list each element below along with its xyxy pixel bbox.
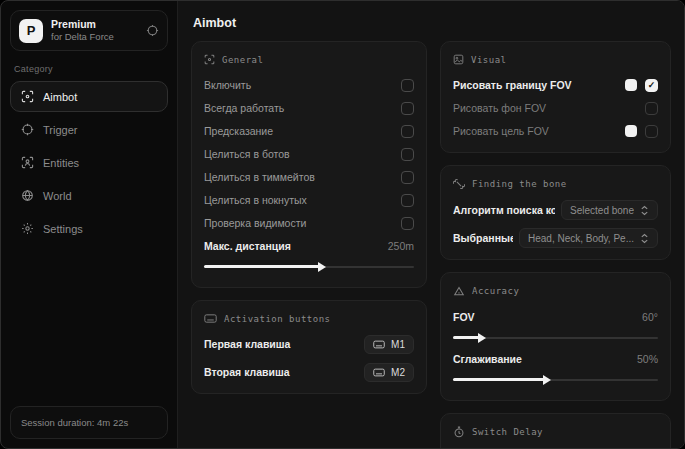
- app-window: P Premium for Delta Force Category Aimbo…: [0, 0, 685, 449]
- sidebar-item-label: Trigger: [43, 124, 77, 136]
- slider-value: 250m: [388, 240, 414, 252]
- toggle-row: Проверка видимости: [204, 212, 414, 234]
- main-panel: Aimbot General Включить: [177, 1, 684, 448]
- slider-thumb[interactable]: [318, 262, 326, 272]
- sidebar: P Premium for Delta Force Category Aimbo…: [1, 1, 177, 448]
- sidebar-item-world[interactable]: World: [10, 180, 168, 211]
- checkbox[interactable]: [401, 194, 414, 207]
- triangle-ruler-icon: [453, 285, 465, 297]
- slider-thumb[interactable]: [478, 333, 486, 343]
- brand-subtitle: for Delta Force: [51, 31, 138, 43]
- target-icon[interactable]: [146, 24, 159, 37]
- sidebar-item-label: Settings: [43, 223, 83, 235]
- trigger-icon: [21, 123, 34, 136]
- slider-value: 60°: [642, 311, 658, 323]
- card-title: Accuracy: [472, 286, 519, 296]
- general-card: General Включить Всегда работать Предска…: [191, 41, 427, 288]
- card-title: Switch Delay: [472, 427, 543, 437]
- chevron-up-down-icon: [640, 233, 649, 244]
- checkbox[interactable]: [401, 171, 414, 184]
- checkbox[interactable]: [645, 125, 658, 138]
- globe-icon: [21, 189, 34, 202]
- visual-card: Visual Рисовать границу FOV Рисовать фон…: [440, 41, 671, 153]
- sidebar-item-label: Aimbot: [43, 91, 77, 103]
- sidebar-item-aimbot[interactable]: Aimbot: [10, 81, 168, 112]
- dropdown-row: Выбранные кос Head, Neck, Body, Pe...: [453, 227, 658, 249]
- toggle-row: Целиться в ботов: [204, 143, 414, 165]
- checkbox[interactable]: [401, 102, 414, 115]
- checkbox[interactable]: [645, 102, 658, 115]
- brand-name: Premium: [51, 18, 138, 31]
- toggle-row: Целиться в нокнутых: [204, 189, 414, 211]
- checkbox[interactable]: [645, 79, 658, 92]
- brand-card: P Premium for Delta Force: [10, 10, 168, 51]
- sidebar-item-entities[interactable]: Entities: [10, 147, 168, 178]
- switch-delay-card: Switch Delay Задержка переключения Задер…: [440, 413, 671, 448]
- image-icon: [453, 54, 464, 65]
- card-title: Finding the bone: [472, 179, 567, 189]
- slider-row: Сглаживание 50%: [453, 348, 658, 370]
- checkbox[interactable]: [401, 217, 414, 230]
- max-distance-slider[interactable]: [204, 261, 414, 271]
- card-title: Activation buttons: [224, 314, 331, 324]
- crosshair-icon: [204, 54, 215, 65]
- toggle-row: Целиться в тиммейтов: [204, 166, 414, 188]
- visual-row: Рисовать цель FOV: [453, 120, 658, 142]
- bone-card: Finding the bone Алгоритм поиска кост Se…: [440, 165, 671, 260]
- toggle-row: Включить: [204, 74, 414, 96]
- chevron-up-down-icon: [640, 205, 649, 216]
- visual-row: Рисовать границу FOV: [453, 74, 658, 96]
- sidebar-item-label: World: [43, 190, 72, 202]
- keyboard-icon: [373, 368, 385, 377]
- sidebar-nav: Aimbot Trigger Entities: [10, 81, 168, 244]
- visual-row: Рисовать фон FOV: [453, 97, 658, 119]
- keybind-button-1[interactable]: M1: [364, 335, 414, 354]
- keybind-row: Первая клавиша M1: [204, 333, 414, 355]
- fov-slider[interactable]: [453, 332, 658, 342]
- category-label: Category: [14, 64, 164, 74]
- checkbox[interactable]: [401, 148, 414, 161]
- checkbox[interactable]: [401, 125, 414, 138]
- dropdown-row: Алгоритм поиска кост Selected bone: [453, 199, 658, 221]
- toggle-row: Предсказание: [204, 120, 414, 142]
- sidebar-item-settings[interactable]: Settings: [10, 213, 168, 244]
- keyboard-icon: [373, 340, 385, 349]
- sidebar-item-trigger[interactable]: Trigger: [10, 114, 168, 145]
- slider-thumb[interactable]: [543, 375, 551, 385]
- bone-icon: [453, 178, 465, 190]
- color-swatch[interactable]: [625, 79, 637, 91]
- activation-card: Activation buttons Первая клавиша M1: [191, 300, 427, 394]
- slider-value: 50%: [637, 353, 658, 365]
- sidebar-item-label: Entities: [43, 157, 79, 169]
- stopwatch-icon: [453, 426, 465, 438]
- card-title: Visual: [471, 55, 507, 65]
- selected-bones-select[interactable]: Head, Neck, Body, Pe...: [519, 228, 658, 248]
- keyboard-icon: [204, 313, 217, 324]
- slider-row: Макс. дистанция 250m: [204, 235, 414, 257]
- card-title: General: [222, 55, 263, 65]
- toggle-row: Задержка переключения: [453, 447, 658, 448]
- page-title: Aimbot: [193, 16, 671, 30]
- brand-logo: P: [19, 19, 43, 43]
- accuracy-card: Accuracy FOV 60° Сглаживание 50%: [440, 272, 671, 401]
- keybind-row: Вторая клавиша M2: [204, 361, 414, 383]
- gear-icon: [21, 222, 34, 235]
- session-duration: Session duration: 4m 22s: [10, 406, 168, 439]
- color-swatch[interactable]: [625, 125, 637, 137]
- entities-icon: [21, 156, 34, 169]
- checkbox[interactable]: [401, 79, 414, 92]
- keybind-button-2[interactable]: M2: [364, 363, 414, 382]
- toggle-row: Всегда работать: [204, 97, 414, 119]
- smoothing-slider[interactable]: [453, 374, 658, 384]
- slider-row: FOV 60°: [453, 306, 658, 328]
- bone-algorithm-select[interactable]: Selected bone: [561, 200, 658, 220]
- crosshair-icon: [21, 90, 34, 103]
